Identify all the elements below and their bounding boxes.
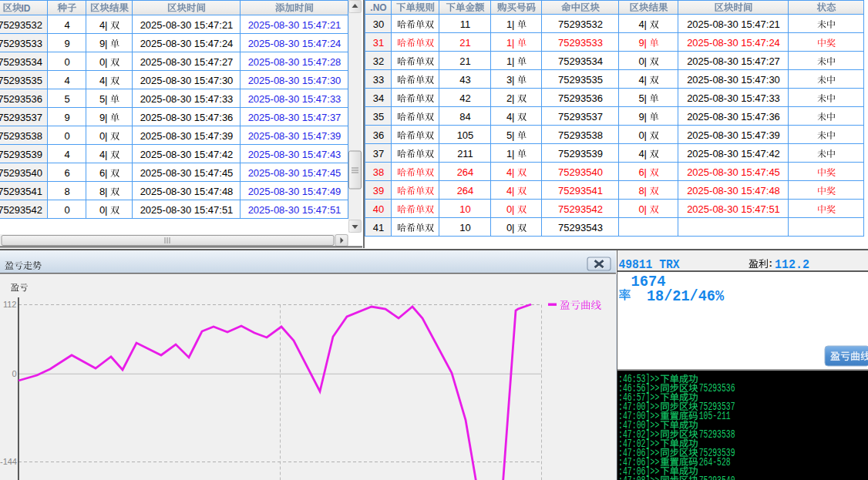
svg-text:75293537: 75293537 [558,111,603,123]
svg-text:4|: 4| [638,148,647,159]
svg-text:9|: 9| [99,112,108,123]
svg-text:4: 4 [64,149,69,160]
svg-text:4: 4 [64,75,69,86]
svg-text:5|: 5| [506,129,515,141]
svg-text:8: 8 [64,186,69,197]
svg-text:75293537: 75293537 [0,112,42,123]
svg-text:0|: 0| [638,129,647,141]
svg-text:9|: 9| [99,38,108,49]
svg-text:21: 21 [459,55,470,67]
svg-text:-144: -144 [0,457,17,466]
svg-text:264: 264 [457,166,474,178]
svg-text:5|: 5| [99,93,108,105]
svg-text:2025-08-30 15:47:21: 2025-08-30 15:47:21 [687,18,780,30]
svg-text:75293542: 75293542 [0,204,42,216]
svg-text:75293532: 75293532 [558,18,603,30]
svg-text:2025-08-30 15:47:49: 2025-08-30 15:47:49 [248,186,341,197]
svg-text:41: 41 [373,222,384,233]
svg-text:1|: 1| [506,37,515,49]
svg-text:3|: 3| [506,74,515,86]
svg-text:2025-08-30 15:47:21: 2025-08-30 15:47:21 [140,19,234,31]
svg-text:2025-08-30 15:47:51: 2025-08-30 15:47:51 [140,204,234,216]
svg-text:9: 9 [64,38,69,49]
svg-text:4|: 4| [99,75,108,86]
svg-text:2025-08-30 15:47:51: 2025-08-30 15:47:51 [687,203,780,215]
svg-text:2025-08-30 15:47:30: 2025-08-30 15:47:30 [687,74,780,86]
svg-text:6|: 6| [99,167,108,179]
svg-text:9: 9 [64,112,69,123]
svg-text:75293539: 75293539 [558,148,603,159]
svg-text:75293534: 75293534 [0,56,42,68]
svg-text:4|: 4| [99,19,108,31]
svg-text:43: 43 [459,74,470,86]
svg-text:35: 35 [373,111,384,123]
svg-text:5: 5 [64,93,69,105]
svg-text:75293542: 75293542 [558,203,603,215]
svg-text:18/21/46%: 18/21/46% [647,287,725,305]
svg-text::47:08]>>: :47:08]>> [618,475,659,480]
svg-text:2025-08-30 15:47:45: 2025-08-30 15:47:45 [140,167,234,179]
svg-text:2025-08-30 15:47:39: 2025-08-30 15:47:39 [140,130,234,142]
svg-text:0|: 0| [99,204,108,216]
svg-text:4|: 4| [99,149,108,160]
svg-text:2025-08-30 15:47:43: 2025-08-30 15:47:43 [248,149,341,160]
svg-text:0|: 0| [506,203,515,215]
svg-text::: : [769,257,772,269]
svg-text:75293532: 75293532 [0,19,42,31]
svg-text:4|: 4| [638,18,647,30]
svg-text:105: 105 [457,129,474,141]
svg-text:75293533: 75293533 [558,37,603,49]
svg-text:10: 10 [459,222,470,233]
svg-text:0: 0 [64,130,69,142]
svg-text:36: 36 [373,129,384,141]
svg-text:ID: ID [22,3,31,14]
svg-text:2025-08-30 15:47:33: 2025-08-30 15:47:33 [248,93,341,105]
svg-text:10: 10 [459,203,470,215]
svg-text:0|: 0| [638,55,647,67]
svg-text:2025-08-30 15:47:48: 2025-08-30 15:47:48 [687,185,780,196]
svg-text:75293534: 75293534 [558,55,603,67]
svg-text:264: 264 [457,185,474,196]
svg-text:0: 0 [64,204,69,216]
svg-text:2025-08-30 15:47:37: 2025-08-30 15:47:37 [248,112,341,123]
svg-text:37: 37 [373,148,384,159]
svg-text:2025-08-30 15:47:39: 2025-08-30 15:47:39 [248,130,341,142]
svg-text:9|: 9| [638,111,647,123]
svg-text:2025-08-30 15:47:39: 2025-08-30 15:47:39 [687,129,780,141]
svg-text:40: 40 [373,203,384,215]
svg-text:2025-08-30 15:47:24: 2025-08-30 15:47:24 [140,38,234,49]
svg-text:2025-08-30 15:47:42: 2025-08-30 15:47:42 [687,148,780,159]
svg-text:4|: 4| [638,74,647,86]
svg-text:75293536: 75293536 [0,93,42,105]
svg-text:75293533: 75293533 [0,38,42,49]
svg-text:31: 31 [373,37,384,49]
svg-text:75293541: 75293541 [0,186,42,197]
svg-text:75293538: 75293538 [558,129,603,141]
svg-text:2025-08-30 15:47:24: 2025-08-30 15:47:24 [687,37,780,49]
svg-text:32: 32 [373,55,384,67]
svg-text:75293535: 75293535 [558,74,603,86]
svg-text:75293538: 75293538 [0,130,42,142]
svg-text:264-528: 264-528 [699,456,731,469]
svg-text:4|: 4| [506,111,515,123]
svg-text:2025-08-30 15:47:33: 2025-08-30 15:47:33 [687,92,780,104]
svg-text:0|: 0| [506,222,515,233]
svg-text:.NO: .NO [370,2,386,13]
svg-text:112: 112 [3,300,17,309]
svg-text:0: 0 [64,56,69,68]
svg-text:75293540: 75293540 [558,166,603,178]
svg-text:4|: 4| [506,166,515,178]
svg-text:1|: 1| [506,148,515,159]
svg-text:112.2: 112.2 [775,257,809,272]
svg-text:2025-08-30 15:47:36: 2025-08-30 15:47:36 [140,112,234,123]
svg-text:0|: 0| [638,203,647,215]
svg-text:2025-08-30 15:47:27: 2025-08-30 15:47:27 [140,56,234,68]
svg-text:34: 34 [373,92,384,104]
svg-text:2025-08-30 15:47:24: 2025-08-30 15:47:24 [248,38,341,49]
svg-text:1|: 1| [506,55,515,67]
svg-text:38: 38 [373,166,384,178]
svg-text:8|: 8| [99,186,108,197]
svg-text:75293536: 75293536 [558,92,603,104]
svg-text:30: 30 [373,18,384,30]
svg-text:2025-08-30 15:47:42: 2025-08-30 15:47:42 [140,149,234,160]
